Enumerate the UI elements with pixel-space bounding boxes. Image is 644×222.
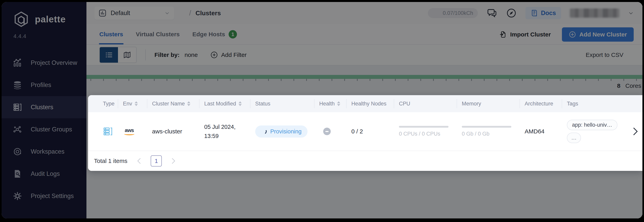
clusters-table-panel: Type Env Cluster Name Last Modified Stat… bbox=[88, 95, 642, 171]
add-filter-label: Add Filter bbox=[221, 52, 246, 58]
cpu-usage-bar bbox=[399, 126, 448, 128]
cell-type bbox=[103, 126, 123, 136]
column-header-status: Status bbox=[255, 95, 319, 112]
audit-log-search-icon bbox=[13, 169, 22, 178]
header-actions: Import Cluster Add New Cluster bbox=[500, 27, 634, 44]
sidebar-item-audit-logs[interactable]: Audit Logs bbox=[2, 163, 86, 185]
tabs: Clusters Virtual Clusters Edge Hosts 1 bbox=[99, 24, 237, 44]
cores-value: 8 bbox=[617, 82, 620, 89]
cluster-type-icon bbox=[103, 126, 113, 136]
cell-cpu: 0 CPUs / 0 CPUs bbox=[399, 126, 462, 137]
tag-chip[interactable]: app: hello-univ… bbox=[567, 120, 618, 130]
status-label: Provisioning bbox=[270, 128, 302, 135]
sidebar-item-profiles[interactable]: Profiles bbox=[2, 74, 86, 96]
cell-status: Provisioning bbox=[255, 126, 319, 138]
map-view-icon bbox=[123, 51, 131, 59]
page-background bbox=[86, 171, 642, 218]
plus-circle-icon bbox=[569, 31, 576, 38]
add-filter-button[interactable]: Add Filter bbox=[210, 51, 246, 59]
sidebar-item-clusters[interactable]: Clusters bbox=[2, 96, 86, 118]
project-selector-value: Default bbox=[111, 10, 160, 17]
chat-icon[interactable] bbox=[486, 8, 497, 18]
column-header-last-modified[interactable]: Last Modified bbox=[204, 95, 255, 112]
cell-health bbox=[319, 128, 351, 135]
sidebar-item-workspaces[interactable]: Workspaces bbox=[2, 140, 86, 163]
palette-logo[interactable]: palette bbox=[2, 2, 86, 28]
cell-expand bbox=[628, 128, 642, 136]
app-window: palette 4.4.4 Project Overview Profiles bbox=[2, 2, 642, 218]
filter-by-caption: Filter by: bbox=[154, 52, 180, 58]
project-selector[interactable]: Default bbox=[94, 6, 174, 20]
import-cluster-label: Import Cluster bbox=[510, 31, 551, 38]
cell-memory: 0 Gb / 0 Gb bbox=[462, 126, 525, 137]
add-filter-plus-icon bbox=[210, 51, 218, 59]
user-name-redacted[interactable] bbox=[570, 8, 620, 18]
map-view-button[interactable] bbox=[118, 47, 136, 63]
tab-label: Virtual Clusters bbox=[136, 31, 180, 38]
edge-hosts-count-badge: 1 bbox=[228, 30, 237, 38]
divider bbox=[145, 49, 146, 60]
tab-clusters[interactable]: Clusters bbox=[99, 24, 123, 44]
bar-chart-icon bbox=[13, 58, 22, 68]
chevron-right-icon[interactable] bbox=[633, 128, 638, 136]
memory-usage-bar bbox=[462, 126, 511, 128]
sidebar-nav: Project Overview Profiles Clusters bbox=[2, 52, 86, 207]
filter-by-label: Filter by: none bbox=[154, 52, 198, 58]
cores-usage-caption: 8 Cores bbox=[86, 79, 642, 95]
sidebar-item-label: Project Settings bbox=[31, 192, 74, 200]
breadcrumb: / Clusters bbox=[189, 9, 221, 17]
sort-icon bbox=[135, 101, 138, 106]
sidebar-item-project-settings[interactable]: Project Settings bbox=[2, 185, 86, 207]
column-header-architecture: Architecture bbox=[525, 95, 567, 112]
aws-logo-text: aws bbox=[125, 128, 134, 133]
add-new-cluster-button[interactable]: Add New Cluster bbox=[562, 27, 634, 42]
docs-button[interactable]: Docs bbox=[526, 7, 561, 19]
more-tags-chip[interactable]: … bbox=[567, 132, 581, 143]
user-menu-chevron-icon[interactable] bbox=[628, 10, 634, 16]
pagination-prev-icon[interactable] bbox=[137, 158, 141, 164]
cell-tags: app: hello-univ… … bbox=[567, 120, 628, 143]
tab-virtual-clusters[interactable]: Virtual Clusters bbox=[136, 24, 180, 44]
column-header-env[interactable]: Env bbox=[123, 95, 152, 112]
aws-logo: aws bbox=[123, 128, 136, 135]
sort-icon bbox=[238, 101, 242, 106]
orbit-icon bbox=[13, 147, 22, 156]
sidebar-item-cluster-groups[interactable]: Cluster Groups bbox=[2, 118, 86, 140]
list-view-button[interactable] bbox=[100, 47, 118, 63]
table-footer: Total 1 items 1 bbox=[88, 151, 642, 171]
compass-icon[interactable] bbox=[506, 8, 517, 18]
project-scope-icon bbox=[98, 9, 107, 17]
pagination-next-icon[interactable] bbox=[171, 158, 176, 164]
column-header-cpu: CPU bbox=[399, 95, 462, 112]
column-header-healthy-nodes: Healthy Nodes bbox=[351, 95, 399, 112]
sort-icon bbox=[187, 101, 190, 106]
modified-date: 05 Jul 2024, bbox=[204, 124, 236, 130]
chevron-down-icon bbox=[164, 10, 170, 16]
sidebar-item-label: Workspaces bbox=[31, 148, 64, 155]
cell-env: aws bbox=[123, 128, 152, 135]
modified-time: 13:59 bbox=[204, 133, 219, 139]
filter-by-value: none bbox=[184, 52, 198, 58]
column-header-cluster-name[interactable]: Cluster Name bbox=[152, 95, 204, 112]
top-bar-right: 0.07/100kCh Docs bbox=[428, 7, 634, 19]
status-badge: Provisioning bbox=[255, 126, 308, 138]
export-csv-button[interactable]: Export to CSV bbox=[586, 52, 624, 58]
app-name: palette bbox=[35, 14, 66, 24]
sidebar-item-project-overview[interactable]: Project Overview bbox=[2, 52, 86, 74]
sort-icon bbox=[337, 101, 340, 106]
spinner-icon bbox=[260, 128, 267, 135]
page-number-button[interactable]: 1 bbox=[151, 156, 162, 166]
table-row[interactable]: aws aws-cluster 05 Jul 2024, 13:59 Provi… bbox=[88, 112, 642, 151]
tab-edge-hosts[interactable]: Edge Hosts 1 bbox=[192, 24, 237, 44]
column-header-tags: Tags bbox=[567, 95, 628, 112]
sidebar-item-label: Profiles bbox=[31, 82, 51, 88]
import-cluster-button[interactable]: Import Cluster bbox=[500, 31, 551, 38]
app-version: 4.4.4 bbox=[2, 28, 86, 40]
cell-architecture: AMD64 bbox=[525, 128, 567, 135]
breadcrumb-separator: / bbox=[189, 9, 191, 17]
usage-credits-badge: 0.07/100kCh bbox=[428, 8, 478, 18]
sidebar-item-label: Clusters bbox=[31, 104, 53, 111]
total-items-label: Total 1 items bbox=[94, 158, 127, 164]
health-unknown-icon bbox=[323, 128, 331, 135]
palette-logo-icon bbox=[13, 11, 30, 28]
